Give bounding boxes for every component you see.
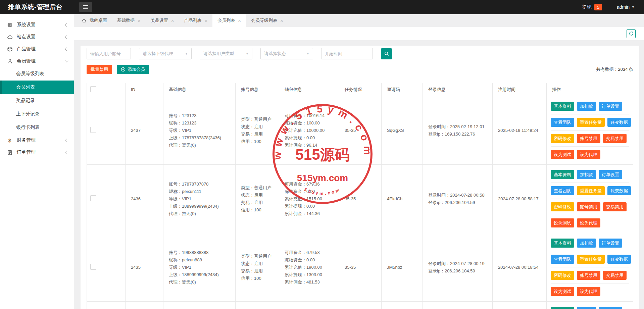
action-button[interactable]: 交易禁用 — [603, 202, 627, 211]
tab-my-desktop[interactable]: 我的桌面 — [77, 14, 112, 27]
agent-select[interactable]: 请选择下级代理 ▼ — [139, 48, 192, 59]
cell-line: 状态：启用 — [241, 260, 276, 267]
action-button[interactable]: 设为代理 — [577, 150, 600, 159]
hamburger-menu-icon[interactable] — [79, 2, 92, 12]
cell-task-status: 35-35 — [339, 96, 382, 165]
action-button[interactable]: 加扣款 — [577, 307, 596, 309]
close-icon[interactable]: × — [205, 18, 208, 23]
row-checkbox[interactable] — [90, 195, 96, 201]
tab-product-list[interactable]: 产品列表 × — [179, 14, 213, 27]
sidebar-item-member-level-list[interactable]: 会员等级列表 — [0, 67, 74, 81]
action-button[interactable]: 基本资料 — [551, 170, 574, 179]
close-icon[interactable]: × — [238, 18, 241, 23]
sidebar-item-member-management[interactable]: 会员管理 — [0, 55, 74, 67]
close-icon[interactable]: × — [280, 18, 283, 23]
sidebar-item-site-settings[interactable]: 站点设置 — [0, 31, 74, 43]
action-button[interactable]: 订单设置 — [599, 170, 622, 179]
sidebar-item-prize-records[interactable]: 奖品记录 — [0, 94, 74, 107]
cell-line: 等级：VIP1 — [169, 264, 233, 271]
cell-invite-code: SqGgXS — [382, 96, 423, 165]
tab-label: 奖品设置 — [151, 17, 168, 23]
sidebar-submenu: 会员等级列表 会员列表 奖品记录 上下分记录 银行卡列表 — [0, 67, 74, 134]
action-button[interactable]: 密码修改 — [551, 202, 574, 211]
sidebar-item-product-management[interactable]: 产品管理 — [0, 43, 74, 55]
sidebar-item-updown-records[interactable]: 上下分记录 — [0, 107, 74, 121]
close-icon[interactable]: × — [138, 18, 141, 23]
row-select-cell — [87, 233, 126, 302]
chevron-down-icon — [65, 59, 68, 62]
cell-basic-info: 账号：123123昵称：123123等级：VIP1上级：17878787878(… — [163, 96, 236, 165]
action-button[interactable]: 密码修改 — [551, 271, 574, 280]
action-button[interactable]: 订单设置 — [599, 307, 622, 309]
select-all-checkbox[interactable] — [90, 86, 96, 92]
action-button[interactable]: 订单设置 — [599, 239, 622, 248]
action-button[interactable]: 设为测试 — [551, 218, 574, 227]
action-button[interactable]: 账号禁用 — [577, 271, 600, 280]
action-button[interactable]: 查看团队 — [551, 118, 574, 127]
cell-basic-info — [163, 302, 236, 309]
add-member-button[interactable]: 添加会员 — [117, 65, 149, 74]
tab-member-level-list[interactable]: 会员等级列表 × — [246, 14, 288, 27]
close-icon[interactable]: × — [171, 18, 174, 23]
sidebar-subitem-label: 上下分记录 — [16, 111, 40, 117]
tab-prize-settings[interactable]: 奖品设置 × — [146, 14, 179, 27]
user-menu[interactable]: admin ▼ — [617, 4, 635, 10]
sidebar-item-finance-management[interactable]: $ 财务管理 — [0, 134, 74, 146]
action-button[interactable]: 账变数据 — [607, 118, 631, 127]
action-button[interactable]: 订单设置 — [599, 102, 622, 111]
cell-line: 代理：暂无(0) — [169, 142, 233, 149]
sidebar-item-system-settings[interactable]: 系统设置 — [0, 19, 74, 31]
action-button[interactable]: 账号禁用 — [577, 202, 600, 211]
tab-member-list[interactable]: 会员列表 × — [212, 14, 246, 27]
cell-id: 2435 — [126, 233, 163, 302]
table-row: 2435账号：19988888888昵称：peixun888等级：VIP1上级：… — [87, 233, 633, 302]
action-button[interactable]: 账变数据 — [607, 255, 631, 264]
sidebar-item-bank-card-list[interactable]: 银行卡列表 — [0, 121, 74, 134]
cell-task-status — [339, 302, 382, 309]
user-type-select[interactable]: 请选择用户类型 ▼ — [200, 48, 252, 59]
action-button[interactable]: 基本资料 — [551, 307, 574, 309]
action-button[interactable]: 加扣款 — [577, 170, 596, 179]
action-button[interactable]: 查看团队 — [551, 186, 574, 195]
cell-line: 累计佣金：481.53 — [285, 278, 336, 286]
action-button[interactable]: 设为代理 — [577, 218, 600, 227]
action-button[interactable]: 账号禁用 — [577, 134, 600, 143]
cell-line: 登录时间：2024-07-28 00:19 — [428, 260, 490, 267]
cell-line: 信用：100 — [241, 138, 276, 145]
action-button[interactable]: 账变数据 — [607, 186, 631, 195]
action-button[interactable]: 重置任务量 — [577, 118, 605, 127]
sidebar-item-order-management[interactable]: 订单管理 — [0, 146, 74, 158]
action-button[interactable]: 重置任务量 — [577, 186, 605, 195]
row-checkbox[interactable] — [90, 264, 96, 270]
action-button[interactable]: 重置任务量 — [577, 255, 605, 264]
action-button[interactable]: 基本资料 — [551, 102, 574, 111]
row-checkbox[interactable] — [90, 127, 96, 133]
operation-button-group: 密码修改账号禁用交易禁用 — [551, 267, 629, 283]
refresh-button[interactable] — [627, 29, 636, 38]
cell-line: 等级：VIP1 — [169, 127, 233, 134]
chevron-left-icon — [65, 35, 68, 39]
cell-line: 累计佣金：96.14 — [285, 142, 336, 149]
cell-operations: 基本资料加扣款订单设置查看团队重置任务量账变数据密码修改账号禁用交易禁用设为测试… — [547, 165, 633, 233]
status-select[interactable]: 请选择状态 ▼ — [260, 48, 313, 59]
action-button[interactable]: 交易禁用 — [603, 271, 627, 280]
action-button[interactable]: 设为测试 — [551, 287, 574, 296]
action-button[interactable]: 基本资料 — [551, 239, 574, 248]
action-button[interactable]: 加扣款 — [577, 239, 596, 248]
action-button[interactable]: 加扣款 — [577, 102, 596, 111]
action-button[interactable]: 密码修改 — [551, 134, 574, 143]
sidebar: 系统设置 站点设置 产品管理 会员管理 — [0, 14, 74, 309]
start-time-input[interactable] — [321, 48, 373, 59]
chevron-down-icon: ▼ — [632, 5, 635, 9]
batch-disable-button[interactable]: 批量禁用 — [87, 65, 112, 74]
account-search-input[interactable] — [87, 48, 131, 59]
search-button[interactable] — [381, 48, 392, 59]
action-button[interactable]: 设为代理 — [577, 287, 600, 296]
sidebar-item-label: 订单管理 — [17, 149, 36, 155]
action-button[interactable]: 设为测试 — [551, 150, 574, 159]
action-button[interactable]: 查看团队 — [551, 255, 574, 264]
withdraw-link[interactable]: 提现 5 — [582, 4, 602, 10]
action-button[interactable]: 交易禁用 — [603, 134, 627, 143]
tab-basic-data[interactable]: 基础数据 × — [112, 14, 146, 27]
sidebar-item-member-list[interactable]: 会员列表 — [0, 81, 74, 94]
